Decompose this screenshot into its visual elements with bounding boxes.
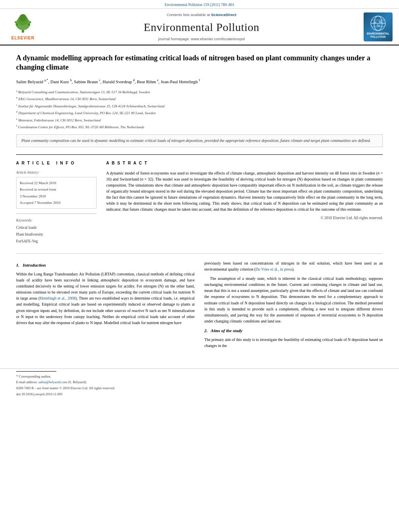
abstract-text: A dynamic model of forest ecosystems was… xyxy=(106,170,383,212)
abstract-col: A B S T R A C T A dynamic model of fores… xyxy=(106,160,383,245)
elsevier-tree-icon xyxy=(11,12,35,35)
journal-citation: Environmental Pollution 159 (2011) 789–8… xyxy=(165,3,234,7)
intro-para1: Within the Long Range Transboundary Air … xyxy=(16,271,195,326)
divider xyxy=(16,214,97,214)
journal-title: Environmental Pollution xyxy=(45,19,358,35)
affiliations: a Belyazid Consulting and Communication,… xyxy=(16,89,383,130)
article-title: A dynamic modelling approach for estimat… xyxy=(16,53,383,72)
intro-para2: previously been based on concentrations … xyxy=(204,260,383,272)
svg-point-5 xyxy=(28,23,30,26)
devries-ref[interactable]: De Vries et al., in press xyxy=(256,267,292,271)
issn-line: 0269-7491/$ – see front matter © 2010 El… xyxy=(16,386,383,391)
article-history-label: Article history: xyxy=(16,170,97,175)
article-info-heading: A R T I C L E I N F O xyxy=(16,160,97,166)
keywords-label: Keywords: xyxy=(16,218,97,223)
journal-badge: ENVIRONMENTALPOLLUTION xyxy=(364,12,393,41)
email-suffix: (S. Belyazid). xyxy=(68,380,87,384)
sciencedirect-link[interactable]: ScienceDirect xyxy=(211,12,237,17)
svg-point-6 xyxy=(15,21,17,23)
journal-header: ELSEVIER Contents lists available at Sci… xyxy=(0,9,399,45)
affiliation-e: e Meteotest, Fabrikstrasse 14, CH-3012 B… xyxy=(16,117,383,123)
affiliation-b: b EKG Geoscience, Maulbeerstrasse 14, CH… xyxy=(16,96,383,102)
section2-heading: 2. Aims of the study xyxy=(204,327,383,334)
affiliation-c: c Institut für Angewandte Hanzenbiologie… xyxy=(16,103,383,109)
body-col-left: 1. Introduction Within the Long Range Tr… xyxy=(16,260,195,352)
journal-title-block: Contents lists available at ScienceDirec… xyxy=(45,12,358,41)
section1-heading: 1. Introduction xyxy=(16,262,195,269)
contents-line: Contents lists available at ScienceDirec… xyxy=(45,12,358,17)
body-section: 1. Introduction Within the Long Range Tr… xyxy=(16,253,383,352)
page: Environmental Pollution 159 (2011) 789–8… xyxy=(0,0,399,532)
abstract-copyright: © 2010 Elsevier Ltd. All rights reserved… xyxy=(106,216,383,221)
email-link[interactable]: salim@belyazid.com xyxy=(38,380,67,384)
globe-icon xyxy=(370,15,386,31)
badge-title: ENVIRONMENTALPOLLUTION xyxy=(367,32,389,39)
info-abstract-section: A R T I C L E I N F O Article history: R… xyxy=(16,154,383,245)
article-dates: Received 22 March 2010 Received in revis… xyxy=(16,177,97,209)
journal-badge-box: ENVIRONMENTALPOLLUTION xyxy=(362,12,394,41)
article-info-col: A R T I C L E I N F O Article history: R… xyxy=(16,160,97,245)
journal-homepage: journal homepage: www.elsevier.com/locat… xyxy=(45,36,358,41)
svg-point-3 xyxy=(19,14,27,21)
email-note: E-mail address: salim@belyazid.com (S. B… xyxy=(16,380,383,385)
authors: Salim Belyazid a,*, Dani Kurz b, Sabine … xyxy=(16,78,383,85)
body-col-right: previously been based on concentrations … xyxy=(204,260,383,352)
keywords-list: Critical loads Plant biodiversity ForSAF… xyxy=(16,224,97,245)
doi-line: doi:10.1016/j.envpol.2010.11.005 xyxy=(16,392,383,397)
abstract-heading: A B S T R A C T xyxy=(106,160,383,166)
svg-point-4 xyxy=(16,23,18,26)
elsevier-logo-box: ELSEVIER xyxy=(5,12,41,41)
article-content: A dynamic modelling approach for estimat… xyxy=(0,45,399,360)
hettelingh-ref[interactable]: Hettelingh et al., 2008 xyxy=(40,296,76,300)
affiliation-d: d Department of Chemical Engineering, Lu… xyxy=(16,110,383,116)
affiliation-a: a Belyazid Consulting and Communication,… xyxy=(16,89,383,95)
footer-hr xyxy=(16,371,56,372)
corresponding-note: * Corresponding author. xyxy=(16,374,383,379)
affiliation-f: f Coordination Centre for Effects, PO Bo… xyxy=(16,124,383,130)
svg-point-7 xyxy=(29,21,31,23)
section2-para1: The primary aim of this study is to inve… xyxy=(204,337,383,349)
elsevier-label: ELSEVIER xyxy=(11,35,34,41)
highlight-box: Plant community composition can be used … xyxy=(16,134,383,147)
intro-para3: The assumption of a steady state, which … xyxy=(204,275,383,324)
journal-info-bar: Environmental Pollution 159 (2011) 789–8… xyxy=(0,0,399,9)
footer: * Corresponding author. E-mail address: … xyxy=(0,368,399,402)
